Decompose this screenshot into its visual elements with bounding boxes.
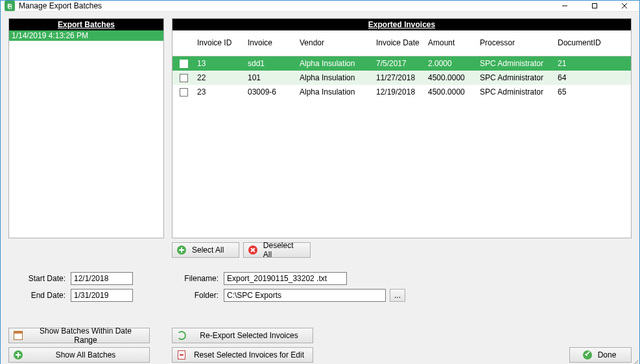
svg-rect-1 [593, 4, 597, 8]
reexport-label: Re-Export Selected Invoices [192, 331, 306, 340]
end-date-input[interactable] [71, 289, 133, 302]
cell-processor: SPC Administrator [477, 59, 555, 68]
cell-vendor: Alpha Insulation [297, 73, 373, 82]
grid-header-processor[interactable]: Processor [477, 36, 555, 50]
export-batches-list[interactable]: 1/14/2019 4:13:26 PM [9, 30, 163, 238]
document-icon [176, 350, 187, 360]
table-row[interactable]: 13 sdd1 Alpha Insulation 7/5/2017 2.0000… [172, 56, 631, 71]
export-batches-header: Export Batches [9, 19, 163, 30]
cell-invoiceid: 22 [195, 73, 245, 82]
check-icon [582, 350, 593, 360]
reset-label: Reset Selected Invoices for Edit [192, 350, 306, 359]
exported-invoices-grid[interactable]: Invoice ID Invoice Vendor Invoice Date A… [172, 30, 631, 238]
grid-header-row: Invoice ID Invoice Vendor Invoice Date A… [172, 30, 631, 56]
cell-vendor: Alpha Insulation [297, 59, 373, 68]
exported-invoices-panel: Exported Invoices Invoice ID Invoice Ven… [172, 18, 632, 238]
filename-input[interactable] [224, 272, 347, 285]
cell-vendor: Alpha Insulation [297, 87, 373, 97]
show-batches-range-button[interactable]: Show Batches Within Date Range [8, 328, 150, 343]
grid-header-amount[interactable]: Amount [425, 36, 477, 50]
end-date-label: End Date: [8, 291, 71, 300]
row-checkbox[interactable] [172, 60, 195, 68]
start-date-label: Start Date: [8, 274, 71, 283]
browse-folder-button[interactable]: ... [390, 289, 405, 302]
maximize-button[interactable] [580, 1, 610, 11]
table-row[interactable]: 23 03009-6 Alpha Insulation 12/19/2018 4… [172, 85, 631, 99]
grid-header-checkbox [172, 41, 195, 46]
deselect-all-button[interactable]: Deselect All [243, 242, 311, 258]
titlebar: ⎘ Manage Export Batches [1, 1, 639, 12]
minimize-button[interactable] [550, 1, 580, 11]
cell-amount: 4500.0000 [425, 73, 477, 82]
cell-processor: SPC Administrator [477, 73, 555, 82]
table-row[interactable]: 22 101 Alpha Insulation 11/27/2018 4500.… [172, 71, 631, 85]
cell-date: 7/5/2017 [373, 59, 425, 68]
calendar-icon [13, 330, 23, 341]
show-range-label: Show Batches Within Date Range [29, 326, 143, 345]
grid-header-invoice[interactable]: Invoice [245, 36, 297, 50]
window-title: Manage Export Batches [19, 1, 102, 10]
cell-docid: 65 [555, 87, 616, 97]
done-button[interactable]: Done [569, 347, 632, 363]
filename-label: Filename: [172, 274, 224, 283]
grid-header-date[interactable]: Invoice Date [373, 36, 425, 50]
cell-invoiceid: 13 [195, 59, 245, 68]
cell-docid: 64 [555, 73, 616, 82]
refresh-icon [176, 330, 187, 341]
grid-header-invoiceid[interactable]: Invoice ID [195, 36, 245, 50]
cell-invoice: 03009-6 [245, 87, 297, 97]
start-date-input[interactable] [71, 272, 133, 285]
cell-invoice: sdd1 [245, 59, 297, 68]
cancel-icon [248, 245, 258, 255]
deselect-all-label: Deselect All [263, 241, 303, 259]
row-checkbox[interactable] [172, 88, 195, 97]
window: ⎘ Manage Export Batches Export Batches 1… [0, 0, 640, 364]
cell-amount: 2.0000 [425, 59, 477, 68]
browse-label: ... [394, 291, 401, 300]
show-all-label: Show All Batches [29, 350, 143, 359]
grid-header-vendor[interactable]: Vendor [297, 36, 373, 50]
reexport-button[interactable]: Re-Export Selected Invoices [172, 328, 313, 343]
cell-docid: 21 [555, 59, 616, 68]
cell-amount: 4500.0000 [425, 87, 477, 97]
cell-processor: SPC Administrator [477, 87, 555, 97]
folder-input[interactable] [224, 289, 386, 302]
export-target-form: Filename: Folder: ... [172, 272, 632, 306]
cell-date: 12/19/2018 [373, 87, 425, 97]
show-all-batches-button[interactable]: Show All Batches [8, 347, 150, 363]
done-label: Done [598, 350, 617, 359]
resize-grip-icon[interactable] [630, 360, 638, 364]
cell-invoiceid: 23 [195, 87, 245, 97]
exported-invoices-header: Exported Invoices [172, 19, 631, 30]
date-range-form: Start Date: End Date: [8, 272, 164, 306]
grid-header-docid[interactable]: DocumentID [555, 36, 616, 50]
export-batches-panel: Export Batches 1/14/2019 4:13:26 PM [8, 18, 164, 238]
plus-icon [13, 350, 23, 360]
select-all-button[interactable]: Select All [172, 242, 239, 258]
app-icon: ⎘ [5, 1, 15, 11]
close-button[interactable] [610, 1, 639, 11]
window-controls [550, 1, 639, 11]
cell-date: 11/27/2018 [373, 73, 425, 82]
reset-invoices-button[interactable]: Reset Selected Invoices for Edit [172, 347, 313, 363]
select-all-label: Select All [192, 245, 224, 255]
row-checkbox[interactable] [172, 74, 195, 82]
client-area: Export Batches 1/14/2019 4:13:26 PM Expo… [1, 12, 639, 364]
plus-icon [176, 245, 187, 255]
list-item[interactable]: 1/14/2019 4:13:26 PM [9, 30, 163, 41]
folder-label: Folder: [172, 291, 224, 300]
cell-invoice: 101 [245, 73, 297, 82]
